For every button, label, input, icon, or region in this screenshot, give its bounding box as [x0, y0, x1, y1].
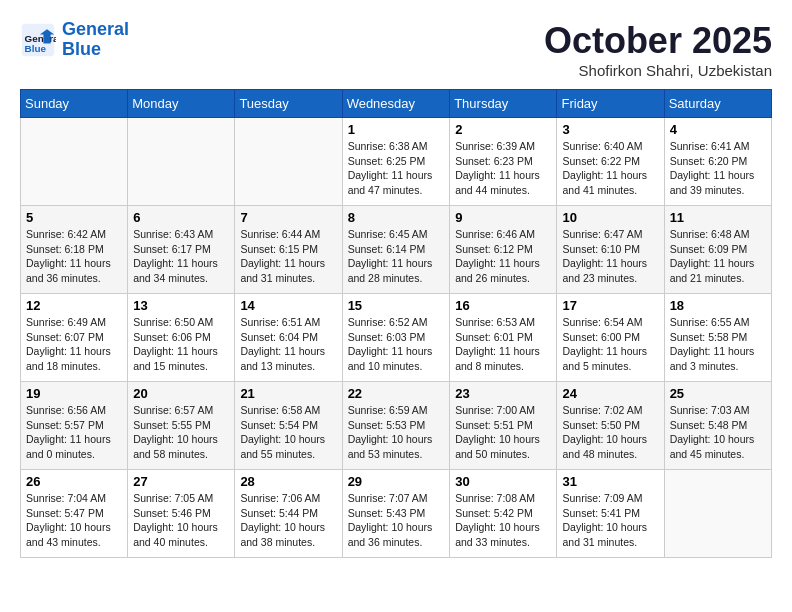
month-title: October 2025	[544, 20, 772, 62]
day-info: Sunrise: 6:54 AM Sunset: 6:00 PM Dayligh…	[562, 315, 658, 374]
calendar-cell	[664, 470, 771, 558]
day-number: 6	[133, 210, 229, 225]
calendar-cell: 16Sunrise: 6:53 AM Sunset: 6:01 PM Dayli…	[450, 294, 557, 382]
day-info: Sunrise: 7:06 AM Sunset: 5:44 PM Dayligh…	[240, 491, 336, 550]
day-number: 19	[26, 386, 122, 401]
day-number: 30	[455, 474, 551, 489]
logo-icon: General Blue	[20, 22, 56, 58]
day-number: 11	[670, 210, 766, 225]
day-info: Sunrise: 6:40 AM Sunset: 6:22 PM Dayligh…	[562, 139, 658, 198]
week-row-5: 26Sunrise: 7:04 AM Sunset: 5:47 PM Dayli…	[21, 470, 772, 558]
day-info: Sunrise: 6:41 AM Sunset: 6:20 PM Dayligh…	[670, 139, 766, 198]
logo: General Blue General Blue	[20, 20, 129, 60]
day-info: Sunrise: 7:00 AM Sunset: 5:51 PM Dayligh…	[455, 403, 551, 462]
calendar-cell: 5Sunrise: 6:42 AM Sunset: 6:18 PM Daylig…	[21, 206, 128, 294]
day-number: 23	[455, 386, 551, 401]
day-number: 9	[455, 210, 551, 225]
day-number: 4	[670, 122, 766, 137]
day-number: 15	[348, 298, 445, 313]
weekday-header-tuesday: Tuesday	[235, 90, 342, 118]
day-info: Sunrise: 6:55 AM Sunset: 5:58 PM Dayligh…	[670, 315, 766, 374]
day-info: Sunrise: 6:53 AM Sunset: 6:01 PM Dayligh…	[455, 315, 551, 374]
day-info: Sunrise: 6:42 AM Sunset: 6:18 PM Dayligh…	[26, 227, 122, 286]
day-info: Sunrise: 6:51 AM Sunset: 6:04 PM Dayligh…	[240, 315, 336, 374]
calendar-cell: 17Sunrise: 6:54 AM Sunset: 6:00 PM Dayli…	[557, 294, 664, 382]
week-row-3: 12Sunrise: 6:49 AM Sunset: 6:07 PM Dayli…	[21, 294, 772, 382]
day-number: 18	[670, 298, 766, 313]
calendar-cell: 28Sunrise: 7:06 AM Sunset: 5:44 PM Dayli…	[235, 470, 342, 558]
day-info: Sunrise: 6:38 AM Sunset: 6:25 PM Dayligh…	[348, 139, 445, 198]
day-number: 22	[348, 386, 445, 401]
day-info: Sunrise: 6:56 AM Sunset: 5:57 PM Dayligh…	[26, 403, 122, 462]
title-block: October 2025 Shofirkon Shahri, Uzbekista…	[544, 20, 772, 79]
weekday-header-friday: Friday	[557, 90, 664, 118]
calendar-cell: 9Sunrise: 6:46 AM Sunset: 6:12 PM Daylig…	[450, 206, 557, 294]
day-number: 7	[240, 210, 336, 225]
day-info: Sunrise: 6:57 AM Sunset: 5:55 PM Dayligh…	[133, 403, 229, 462]
calendar-cell: 15Sunrise: 6:52 AM Sunset: 6:03 PM Dayli…	[342, 294, 450, 382]
calendar-cell: 1Sunrise: 6:38 AM Sunset: 6:25 PM Daylig…	[342, 118, 450, 206]
weekday-header-thursday: Thursday	[450, 90, 557, 118]
day-info: Sunrise: 6:47 AM Sunset: 6:10 PM Dayligh…	[562, 227, 658, 286]
day-info: Sunrise: 6:58 AM Sunset: 5:54 PM Dayligh…	[240, 403, 336, 462]
calendar-cell: 20Sunrise: 6:57 AM Sunset: 5:55 PM Dayli…	[128, 382, 235, 470]
day-number: 24	[562, 386, 658, 401]
day-number: 13	[133, 298, 229, 313]
week-row-4: 19Sunrise: 6:56 AM Sunset: 5:57 PM Dayli…	[21, 382, 772, 470]
calendar-cell: 18Sunrise: 6:55 AM Sunset: 5:58 PM Dayli…	[664, 294, 771, 382]
calendar-cell: 26Sunrise: 7:04 AM Sunset: 5:47 PM Dayli…	[21, 470, 128, 558]
day-info: Sunrise: 6:39 AM Sunset: 6:23 PM Dayligh…	[455, 139, 551, 198]
day-number: 8	[348, 210, 445, 225]
weekday-header-wednesday: Wednesday	[342, 90, 450, 118]
calendar-cell: 12Sunrise: 6:49 AM Sunset: 6:07 PM Dayli…	[21, 294, 128, 382]
day-number: 16	[455, 298, 551, 313]
day-info: Sunrise: 6:46 AM Sunset: 6:12 PM Dayligh…	[455, 227, 551, 286]
calendar-cell: 14Sunrise: 6:51 AM Sunset: 6:04 PM Dayli…	[235, 294, 342, 382]
calendar-cell: 30Sunrise: 7:08 AM Sunset: 5:42 PM Dayli…	[450, 470, 557, 558]
day-number: 21	[240, 386, 336, 401]
day-number: 25	[670, 386, 766, 401]
calendar-cell: 10Sunrise: 6:47 AM Sunset: 6:10 PM Dayli…	[557, 206, 664, 294]
day-number: 27	[133, 474, 229, 489]
calendar-cell	[235, 118, 342, 206]
calendar-cell	[21, 118, 128, 206]
day-info: Sunrise: 7:02 AM Sunset: 5:50 PM Dayligh…	[562, 403, 658, 462]
calendar-cell: 21Sunrise: 6:58 AM Sunset: 5:54 PM Dayli…	[235, 382, 342, 470]
calendar-table: SundayMondayTuesdayWednesdayThursdayFrid…	[20, 89, 772, 558]
page-header: General Blue General Blue October 2025 S…	[20, 20, 772, 79]
weekday-header-row: SundayMondayTuesdayWednesdayThursdayFrid…	[21, 90, 772, 118]
weekday-header-sunday: Sunday	[21, 90, 128, 118]
day-info: Sunrise: 6:50 AM Sunset: 6:06 PM Dayligh…	[133, 315, 229, 374]
calendar-cell: 24Sunrise: 7:02 AM Sunset: 5:50 PM Dayli…	[557, 382, 664, 470]
day-number: 14	[240, 298, 336, 313]
svg-text:Blue: Blue	[25, 42, 47, 53]
calendar-cell: 25Sunrise: 7:03 AM Sunset: 5:48 PM Dayli…	[664, 382, 771, 470]
calendar-cell: 6Sunrise: 6:43 AM Sunset: 6:17 PM Daylig…	[128, 206, 235, 294]
day-info: Sunrise: 6:43 AM Sunset: 6:17 PM Dayligh…	[133, 227, 229, 286]
day-info: Sunrise: 7:07 AM Sunset: 5:43 PM Dayligh…	[348, 491, 445, 550]
day-info: Sunrise: 7:09 AM Sunset: 5:41 PM Dayligh…	[562, 491, 658, 550]
day-info: Sunrise: 6:59 AM Sunset: 5:53 PM Dayligh…	[348, 403, 445, 462]
calendar-cell: 11Sunrise: 6:48 AM Sunset: 6:09 PM Dayli…	[664, 206, 771, 294]
day-info: Sunrise: 7:03 AM Sunset: 5:48 PM Dayligh…	[670, 403, 766, 462]
day-info: Sunrise: 7:08 AM Sunset: 5:42 PM Dayligh…	[455, 491, 551, 550]
calendar-cell: 29Sunrise: 7:07 AM Sunset: 5:43 PM Dayli…	[342, 470, 450, 558]
calendar-cell	[128, 118, 235, 206]
week-row-2: 5Sunrise: 6:42 AM Sunset: 6:18 PM Daylig…	[21, 206, 772, 294]
calendar-cell: 8Sunrise: 6:45 AM Sunset: 6:14 PM Daylig…	[342, 206, 450, 294]
day-info: Sunrise: 6:49 AM Sunset: 6:07 PM Dayligh…	[26, 315, 122, 374]
day-number: 12	[26, 298, 122, 313]
calendar-cell: 19Sunrise: 6:56 AM Sunset: 5:57 PM Dayli…	[21, 382, 128, 470]
day-number: 5	[26, 210, 122, 225]
day-number: 1	[348, 122, 445, 137]
day-number: 2	[455, 122, 551, 137]
day-number: 10	[562, 210, 658, 225]
day-info: Sunrise: 6:44 AM Sunset: 6:15 PM Dayligh…	[240, 227, 336, 286]
day-number: 26	[26, 474, 122, 489]
day-number: 20	[133, 386, 229, 401]
day-info: Sunrise: 6:52 AM Sunset: 6:03 PM Dayligh…	[348, 315, 445, 374]
day-number: 28	[240, 474, 336, 489]
calendar-cell: 31Sunrise: 7:09 AM Sunset: 5:41 PM Dayli…	[557, 470, 664, 558]
day-info: Sunrise: 7:05 AM Sunset: 5:46 PM Dayligh…	[133, 491, 229, 550]
weekday-header-saturday: Saturday	[664, 90, 771, 118]
